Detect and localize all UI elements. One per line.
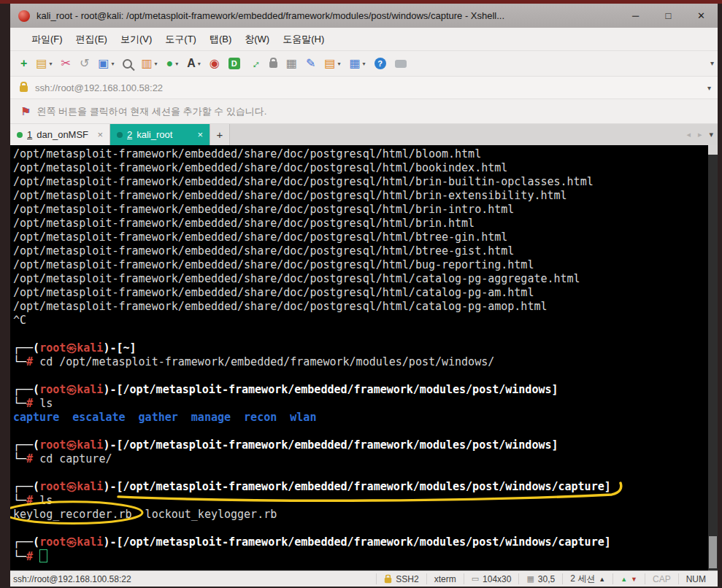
menu-item-3[interactable]: 보기(V) (114, 31, 158, 48)
terminal-line: /opt/metasploit-framework/embedded/share… (13, 300, 704, 314)
status-label: SSH2 (396, 574, 418, 584)
new-tab-button[interactable]: + (210, 124, 230, 145)
toolbar-overflow-button[interactable]: ▾ (710, 59, 714, 67)
lock-screen-button[interactable] (265, 57, 282, 70)
menu-item-6[interactable]: 창(W) (238, 31, 276, 48)
calculator-button[interactable]: ▦ (282, 55, 302, 71)
feedback-button[interactable] (391, 58, 411, 70)
compose-button[interactable]: ✎ (302, 55, 320, 71)
terminal-line: /opt/metasploit-framework/embedded/share… (13, 258, 704, 272)
status-protocol[interactable]: SSH2 (376, 573, 426, 584)
tab-close-icon[interactable]: × (197, 129, 203, 140)
transfer-icon: ▥ (141, 58, 152, 69)
transfer-button[interactable]: ▥▾ (137, 55, 161, 71)
terminal-line: /opt/metasploit-framework/embedded/share… (13, 217, 704, 231)
status-connection: ssh://root@192.168.100.58:22 (13, 574, 131, 584)
scrollbar-thumb[interactable] (709, 536, 717, 568)
terminal-text: /opt/metasploit-framework/embedded/frame… (123, 480, 604, 493)
terminal-text: recon (244, 411, 277, 424)
terminal-text: └─ (13, 397, 26, 410)
terminal-scrollbar[interactable] (708, 145, 718, 570)
terminal-line: /opt/metasploit-framework/embedded/share… (13, 244, 704, 258)
status-sessions[interactable]: 2 세션▲ (562, 573, 612, 584)
tab-close-icon[interactable]: × (97, 129, 103, 140)
calculator-icon: ▦ (286, 58, 297, 69)
info-message: 왼쪽 버튼을 클릭하여 현재 세션을 추가할 수 있습니다. (37, 105, 266, 118)
maximize-button[interactable]: □ (652, 4, 685, 28)
terminal-line: /opt/metasploit-framework/embedded/share… (13, 272, 704, 286)
upload-arrow-icon: ▲ (621, 576, 627, 583)
terminal-text: /opt/metasploit-framework/embedded/share… (13, 286, 534, 299)
connect-button[interactable]: ●▾ (162, 55, 183, 71)
tab-kali_root[interactable]: 2kali_root× (110, 124, 210, 145)
address-bar[interactable]: ssh://root@192.168.100.58:22 ▾ (10, 77, 718, 99)
menu-item-7[interactable]: 도움말(H) (276, 31, 331, 48)
terminal-text: keylog_recorder.rb lockout_keylogger.rb (13, 508, 277, 521)
feedback-icon (395, 60, 407, 68)
menu-item-1[interactable]: 파일(F) (25, 31, 69, 48)
session-manager-icon: ✂ (61, 58, 70, 69)
terminal-size-icon: ▭ (472, 574, 479, 584)
status-term-size[interactable]: ▭104x30 (464, 573, 519, 584)
scrollbar-top-button[interactable] (708, 145, 718, 155)
address-dropdown-button[interactable]: ▾ (707, 84, 711, 92)
reconnect-button[interactable]: ↺ (75, 55, 93, 71)
terminal-text (178, 411, 191, 424)
reconnect-icon: ↺ (80, 58, 89, 69)
tab-number: 1 (27, 129, 32, 140)
fullscreen-button[interactable]: ↔ (245, 55, 265, 71)
status-label: CAP (653, 574, 671, 584)
find-button[interactable] (118, 57, 137, 71)
menu-item-2[interactable]: 편집(E) (69, 31, 114, 48)
terminal-text: └─ (13, 355, 26, 368)
font-button[interactable]: A▾ (183, 55, 205, 71)
file-manager-button[interactable]: ▤▾ (320, 55, 345, 71)
status-num-lock[interactable]: NUM (678, 573, 713, 584)
status-cursor-pos[interactable]: ▦30,5 (518, 573, 562, 584)
terminal-line: /opt/metasploit-framework/embedded/share… (13, 175, 704, 189)
minimize-button[interactable]: ─ (619, 4, 652, 28)
compose-icon: ✎ (306, 58, 315, 69)
terminal-text: ┌──( (13, 383, 39, 396)
terminal-text: ┌──( (13, 341, 39, 355)
new-session-button[interactable]: + (16, 55, 31, 71)
terminal-text: # (26, 550, 39, 563)
terminal-text: ~ (123, 341, 129, 355)
terminal-text: )-[ (103, 480, 123, 493)
chevron-down-icon: ▾ (363, 61, 366, 67)
tab-dan_onMSF[interactable]: 1dan_onMSF× (10, 124, 110, 145)
status-term-type[interactable]: xterm (426, 573, 464, 584)
dynamic-forward-button[interactable]: D (224, 55, 245, 71)
status-caps-lock[interactable]: CAP (645, 573, 678, 584)
terminal-line: ┌──(root㉿kali)-[/opt/metasploit-framewor… (13, 383, 704, 397)
tab-scroll-right-button[interactable]: ▸ (698, 130, 702, 139)
tab-list-button[interactable]: ▾ (709, 130, 713, 139)
terminal-text: /opt/metasploit-framework/embedded/share… (13, 175, 594, 188)
terminal-text: /opt/metasploit-framework/embedded/share… (13, 258, 534, 271)
status-traffic[interactable]: ▲▼ (612, 573, 645, 584)
close-button[interactable]: ✕ (685, 4, 718, 28)
tab-scroll-left-button[interactable]: ◂ (686, 130, 691, 139)
status-label: xterm (434, 574, 456, 584)
cursor-position-icon: ▦ (526, 574, 534, 584)
session-manager-button[interactable]: ✂ (56, 55, 74, 71)
terminal-text: manage (191, 411, 231, 424)
terminal-text: ┌──( (13, 535, 39, 549)
download-arrow-icon: ▼ (631, 576, 637, 583)
terminal-text: )-[ (103, 535, 123, 549)
find-icon (123, 59, 132, 69)
terminal-text: └─ (13, 452, 26, 465)
layout-button[interactable]: ▦▾ (345, 55, 369, 71)
menu-item-4[interactable]: 도구(T) (158, 31, 203, 48)
terminal-text: cd /opt/metasploit-framework/embedded/fr… (39, 355, 494, 368)
record-button[interactable]: ◉ (205, 55, 224, 71)
terminal-text (231, 411, 244, 424)
open-session-button[interactable]: ▤▾ (31, 55, 56, 71)
session-properties-button[interactable]: ▣▾ (93, 55, 118, 71)
terminal-text: root㉿kali (39, 535, 103, 549)
terminal-text: /opt/metasploit-framework/embedded/frame… (123, 535, 604, 549)
terminal-line: └─# cd /opt/metasploit-framework/embedde… (13, 355, 704, 369)
terminal[interactable]: /opt/metasploit-framework/embedded/share… (10, 145, 718, 570)
menu-item-5[interactable]: 탭(B) (203, 31, 238, 48)
help-button[interactable]: ? (370, 55, 391, 71)
